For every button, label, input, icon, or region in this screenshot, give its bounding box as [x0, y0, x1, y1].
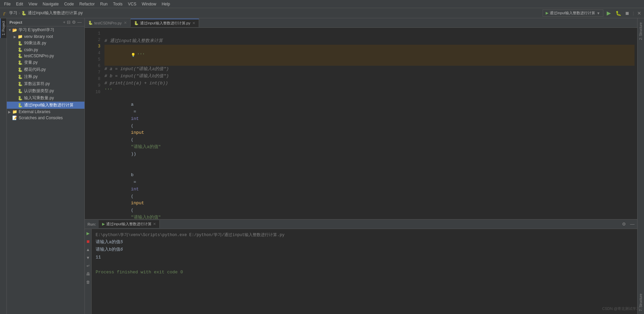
- run-tab[interactable]: ▶ 通过input输入整数进行计算 ✕: [99, 220, 160, 228]
- run-wrap-btn[interactable]: ↵: [86, 263, 91, 269]
- menu-vcs[interactable]: VCS: [125, 1, 139, 7]
- op-9: =: [131, 180, 139, 185]
- sidebar-title: Project: [9, 20, 61, 24]
- breadcrumb: 🎓 学习 › 🐍 通过input输入整数进行计算.py: [3, 10, 83, 16]
- right-side-panel: 2: Structure 7: Structure: [637, 18, 644, 314]
- comment-6: # print(int(a) + int(b)): [104, 81, 168, 86]
- run-cmd-line: E:\python\学习\venv\Scripts\python.exe E:/…: [96, 232, 633, 238]
- run-side-toolbar: ▶ ⏹ ▲ ▼ ↵ 🖶 🗑: [85, 229, 92, 314]
- run-config-label: 通过input输入整数进行计算: [550, 11, 595, 16]
- code-line-3: 💡''': [104, 45, 635, 66]
- run-config-icon: ▶: [546, 11, 548, 15]
- tree-icon-8: 🐍: [18, 82, 23, 86]
- tree-item-4[interactable]: 🐍testCSDNPro.py: [7, 53, 84, 59]
- tree-item-12[interactable]: ▶📁External Libraries: [7, 109, 84, 115]
- paren-8a: (: [131, 123, 134, 128]
- structure-tab[interactable]: 2: Structure: [638, 20, 644, 43]
- tree-item-2[interactable]: 🐍99乘法表.py: [7, 40, 84, 47]
- code-line-6: # print(int(a) + int(b)): [104, 80, 635, 87]
- menu-refactor[interactable]: Refactor: [77, 1, 97, 7]
- breadcrumb-filename: 通过input输入整数进行计算.py: [28, 10, 83, 16]
- tree-item-5[interactable]: 🐍变量.py: [7, 59, 84, 66]
- tree-icon-6: 🐍: [18, 67, 23, 72]
- close-button[interactable]: ✕: [637, 11, 641, 16]
- tree-item-9[interactable]: 🐍认识数据类型.py: [7, 87, 84, 95]
- run-label: Run:: [87, 222, 96, 226]
- tree-icon-5: 🐍: [18, 60, 23, 65]
- run-tab-close[interactable]: ✕: [153, 222, 156, 226]
- breadcrumb-sep: ›: [19, 11, 20, 16]
- run-success: Process finished with exit code 0: [96, 269, 633, 276]
- menu-help[interactable]: Help: [159, 1, 173, 7]
- new-file-icon[interactable]: +: [63, 20, 65, 25]
- hide-icon[interactable]: —: [77, 20, 82, 25]
- tree-item-6[interactable]: 🐍樱花代码.py: [7, 66, 84, 73]
- code-content[interactable]: # 通过input输入整数来计算 💡''' # a = input("请输入a的…: [102, 28, 637, 219]
- title-bar: 🎓 学习 › 🐍 通过input输入整数进行计算.py ▶ 通过input输入整…: [0, 8, 644, 18]
- run-gear-icon[interactable]: ⚙: [622, 222, 626, 227]
- tree-item-7[interactable]: 🐍注释.py: [7, 73, 84, 80]
- tab-testCSDNPro[interactable]: 🐍 testCSDNPro.py ✕: [85, 19, 131, 26]
- tree-label-7: 注释.py: [24, 74, 38, 80]
- menu-window[interactable]: Window: [139, 1, 159, 7]
- settings-icon[interactable]: ⚙: [72, 20, 76, 25]
- tree-item-3[interactable]: 🐍csdn.py: [7, 47, 84, 53]
- tree-item-8[interactable]: 🐍算数运算符.py: [7, 80, 84, 87]
- code-line-9: b = int ( input ( "请输入b的值" )): [104, 165, 635, 219]
- run-config-dropdown[interactable]: ▶ 通过input输入整数进行计算 ▼: [543, 9, 603, 17]
- tree-label-4: testCSDNPro.py: [24, 54, 54, 58]
- tree-icon-0: 📂: [12, 28, 17, 33]
- menu-navigate[interactable]: Navigate: [40, 1, 61, 7]
- menu-bar: File Edit View Navigate Code Refactor Ru…: [0, 0, 644, 8]
- tree-item-11[interactable]: 🐍通过input输入整数进行计算: [7, 102, 84, 109]
- stop-button[interactable]: ⏹: [625, 11, 629, 16]
- tree-arrow-1: ▶: [14, 35, 18, 39]
- run-prompt-b: 请输入b的值6: [96, 246, 633, 253]
- run-stop-btn[interactable]: ⏹: [85, 238, 91, 245]
- tree-label-9: 认识数据类型.py: [24, 88, 54, 94]
- tab-close-1[interactable]: ✕: [124, 21, 127, 25]
- tree-icon-7: 🐍: [18, 75, 23, 79]
- menu-run[interactable]: Run: [97, 1, 110, 7]
- code-line-2: # 通过input输入整数来计算: [104, 38, 635, 45]
- tree-arrow-12: ▶: [8, 110, 12, 114]
- str-3: ''': [137, 53, 145, 58]
- menu-code[interactable]: Code: [61, 1, 77, 7]
- run-restart-btn[interactable]: ▶: [86, 230, 90, 236]
- tab-main-file[interactable]: 🐍 通过input输入整数进行计算.py ✕: [131, 19, 199, 27]
- run-scroll-down-btn[interactable]: ▼: [85, 255, 91, 261]
- run-print-btn[interactable]: 🖶: [85, 271, 91, 277]
- run-panel: Run: ▶ 通过input输入整数进行计算 ✕ ⚙ — ▶ ⏹ ▲ ▼ ↵ 🖶: [85, 219, 637, 314]
- comment-5: # b = input("请输入b的值"): [104, 74, 169, 79]
- run-scroll-up-btn[interactable]: ▲: [85, 247, 91, 253]
- project-tab[interactable]: 1: Project: [0, 18, 6, 38]
- collapse-icon[interactable]: ⊟: [67, 20, 71, 25]
- comment-2: # 通过input输入整数来计算: [104, 38, 163, 43]
- run-trash-btn[interactable]: 🗑: [85, 279, 91, 285]
- run-prompt-a-text: 请输入a的值: [96, 239, 120, 245]
- op-8: =: [131, 109, 139, 114]
- tree-item-1[interactable]: ▶📁venv library root: [7, 34, 84, 40]
- left-side-panel: 1: Project: [0, 18, 7, 314]
- run-tab-label: 通过input输入整数进行计算: [106, 222, 152, 227]
- tree-item-0[interactable]: ▼📂学习 E:\python\学习: [7, 26, 84, 34]
- menu-tools[interactable]: Tools: [110, 1, 125, 7]
- tree-item-10[interactable]: 🐍输入写乘数量.py: [7, 95, 84, 102]
- code-editor[interactable]: 1 2 3 4 5 6 7 8 9 10 # 通过input输入整数来计算 💡'…: [85, 28, 637, 219]
- menu-file[interactable]: File: [1, 1, 13, 7]
- run-panel-content: ▶ ⏹ ▲ ▼ ↵ 🖶 🗑 E:\python\学习\venv\Scripts\…: [85, 229, 637, 314]
- run-button[interactable]: ▶: [605, 9, 612, 17]
- run-result: 11: [96, 254, 633, 261]
- tab-icon-2: 🐍: [134, 21, 139, 25]
- tree-item-13[interactable]: 📝Scratches and Consoles: [7, 115, 84, 121]
- tree-icon-3: 🐍: [18, 47, 23, 52]
- debug-button[interactable]: 🐛: [614, 10, 623, 17]
- breadcrumb-icon: 🎓: [3, 11, 8, 16]
- file-icon: 🐍: [21, 11, 26, 16]
- menu-view[interactable]: View: [26, 1, 40, 7]
- run-close-panel[interactable]: —: [630, 222, 635, 227]
- tab-close-2[interactable]: ✕: [192, 21, 195, 25]
- separator: |: [633, 11, 634, 16]
- menu-edit[interactable]: Edit: [13, 1, 26, 7]
- breadcrumb-project[interactable]: 学习: [9, 10, 17, 16]
